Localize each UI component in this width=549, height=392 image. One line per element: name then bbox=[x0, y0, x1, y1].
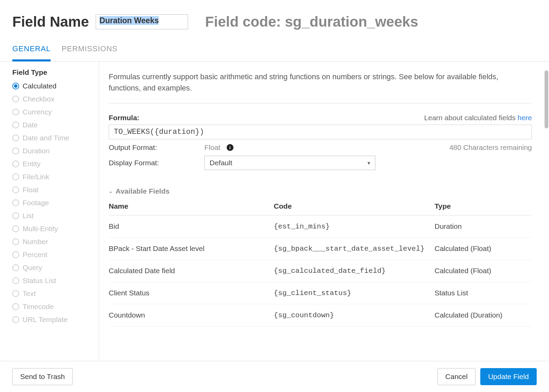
radio-icon bbox=[12, 83, 19, 89]
cancel-button[interactable]: Cancel bbox=[438, 368, 476, 385]
cell-type: Status List bbox=[434, 289, 532, 297]
field-type-option: Status List bbox=[12, 277, 95, 285]
field-type-label: Date bbox=[23, 121, 38, 129]
field-config-dialog: Field Name Duration Weeks Field code: sg… bbox=[0, 0, 549, 392]
chars-remaining: 480 Characters remaining bbox=[449, 143, 532, 152]
field-type-option: Entity bbox=[12, 160, 95, 168]
field-type-sidebar: Field Type CalculatedCheckboxCurrencyDat… bbox=[0, 61, 99, 361]
field-type-label: Footage bbox=[23, 199, 49, 207]
cell-name: BPack - Start Date Asset level bbox=[109, 244, 274, 253]
available-fields-table: Name Code Type Bid{est_in_mins}DurationB… bbox=[109, 202, 532, 326]
cell-code: {sg_bpack___start_date_asset_level} bbox=[274, 245, 434, 253]
radio-icon bbox=[12, 173, 19, 180]
available-fields-title: Available Fields bbox=[116, 187, 170, 195]
field-type-option: Date bbox=[12, 121, 95, 129]
cell-type: Duration bbox=[434, 222, 532, 230]
radio-icon bbox=[12, 264, 19, 271]
output-format-row: Output Format: Float i 480 Characters re… bbox=[109, 143, 532, 152]
cell-code: {sg_client_status} bbox=[274, 289, 434, 297]
radio-icon bbox=[12, 290, 19, 297]
field-type-option: Number bbox=[12, 238, 95, 246]
table-row[interactable]: Countdown{sg_countdown}Calculated (Durat… bbox=[109, 304, 532, 326]
field-name-label: Field Name bbox=[12, 14, 89, 30]
field-type-option: Multi-Entity bbox=[12, 225, 95, 233]
cell-code: {sg_calculated_date_field} bbox=[274, 267, 434, 275]
cell-name: Calculated Date field bbox=[109, 267, 274, 275]
field-code-label: Field code: sg_duration_weeks bbox=[205, 14, 418, 30]
learn-here-link[interactable]: here bbox=[518, 114, 532, 122]
table-header: Name Code Type bbox=[109, 202, 532, 215]
send-to-trash-button[interactable]: Send to Trash bbox=[12, 368, 73, 385]
cell-type: Calculated (Float) bbox=[434, 267, 532, 275]
field-type-option: Query bbox=[12, 264, 95, 272]
radio-icon bbox=[12, 148, 19, 154]
field-type-label: Status List bbox=[23, 277, 56, 285]
dialog-header: Field Name Duration Weeks Field code: sg… bbox=[0, 0, 549, 30]
field-type-option: Timecode bbox=[12, 303, 95, 311]
radio-icon bbox=[12, 212, 19, 219]
radio-icon bbox=[12, 303, 19, 310]
table-row[interactable]: Client Status{sg_client_status}Status Li… bbox=[109, 282, 532, 304]
field-type-label: Date and Time bbox=[23, 134, 69, 142]
field-type-option: Percent bbox=[12, 251, 95, 259]
table-row[interactable]: BPack - Start Date Asset level{sg_bpack_… bbox=[109, 238, 532, 260]
learn-link-text: Learn about calculated fields here bbox=[424, 114, 532, 122]
radio-icon bbox=[12, 251, 19, 258]
radio-icon bbox=[12, 160, 19, 167]
field-type-label: URL Template bbox=[23, 316, 68, 324]
tab-permissions[interactable]: PERMISSIONS bbox=[62, 44, 118, 61]
field-type-label: Percent bbox=[23, 251, 47, 259]
th-code: Code bbox=[274, 202, 434, 210]
field-type-label: Query bbox=[23, 264, 42, 272]
table-row[interactable]: Bid{est_in_mins}Duration bbox=[109, 215, 532, 238]
cell-code: {est_in_mins} bbox=[274, 223, 434, 230]
cell-name: Countdown bbox=[109, 311, 274, 319]
learn-text: Learn about calculated fields bbox=[424, 114, 518, 122]
radio-icon bbox=[12, 238, 19, 245]
scrollbar-thumb[interactable] bbox=[545, 70, 548, 128]
radio-icon bbox=[12, 122, 19, 128]
output-format-label: Output Format: bbox=[109, 143, 204, 152]
update-field-button[interactable]: Update Field bbox=[480, 368, 537, 385]
intro-text: Formulas currently support basic arithme… bbox=[109, 71, 532, 103]
available-fields-header[interactable]: ⌄ Available Fields bbox=[109, 187, 532, 195]
formula-label: Formula: bbox=[109, 114, 139, 122]
field-type-option: Text bbox=[12, 290, 95, 298]
field-type-label: Duration bbox=[23, 147, 50, 155]
formula-input[interactable]: TO_WEEKS({duration}) bbox=[109, 125, 532, 139]
table-row[interactable]: Calculated Date field{sg_calculated_date… bbox=[109, 260, 532, 282]
field-type-label: Float bbox=[23, 186, 39, 194]
radio-icon bbox=[12, 135, 19, 141]
formula-header: Formula: Learn about calculated fields h… bbox=[109, 114, 532, 122]
field-type-option: List bbox=[12, 212, 95, 220]
tab-general[interactable]: GENERAL bbox=[12, 44, 51, 61]
field-type-label: Entity bbox=[23, 160, 41, 168]
radio-icon bbox=[12, 225, 19, 232]
display-format-value: Default bbox=[210, 159, 232, 167]
field-type-option: Float bbox=[12, 186, 95, 194]
radio-icon bbox=[12, 199, 19, 206]
th-name: Name bbox=[109, 202, 274, 210]
dialog-body: Field Type CalculatedCheckboxCurrencyDat… bbox=[0, 61, 549, 361]
field-type-option: File/Link bbox=[12, 173, 95, 181]
chevron-down-icon: ⌄ bbox=[109, 188, 113, 194]
radio-icon bbox=[12, 316, 19, 323]
radio-icon bbox=[12, 109, 19, 115]
field-type-label: Currency bbox=[23, 108, 52, 116]
display-format-select[interactable]: Default ▾ bbox=[204, 156, 375, 170]
info-icon[interactable]: i bbox=[227, 144, 233, 151]
cell-code: {sg_countdown} bbox=[274, 311, 434, 319]
field-type-label: Checkbox bbox=[23, 95, 54, 103]
field-type-label: Text bbox=[23, 290, 36, 298]
cell-type: Calculated (Duration) bbox=[434, 311, 532, 319]
field-type-option: Footage bbox=[12, 199, 95, 207]
cell-name: Client Status bbox=[109, 289, 274, 297]
field-type-label: List bbox=[23, 212, 34, 220]
field-type-option[interactable]: Calculated bbox=[12, 82, 95, 90]
radio-icon bbox=[12, 277, 19, 284]
field-name-input[interactable]: Duration Weeks bbox=[96, 14, 188, 29]
output-format-text: Float bbox=[204, 143, 220, 152]
main-panel: Formulas currently support basic arithme… bbox=[99, 61, 549, 361]
field-type-label: Number bbox=[23, 238, 48, 246]
cell-type: Calculated (Float) bbox=[434, 244, 532, 253]
